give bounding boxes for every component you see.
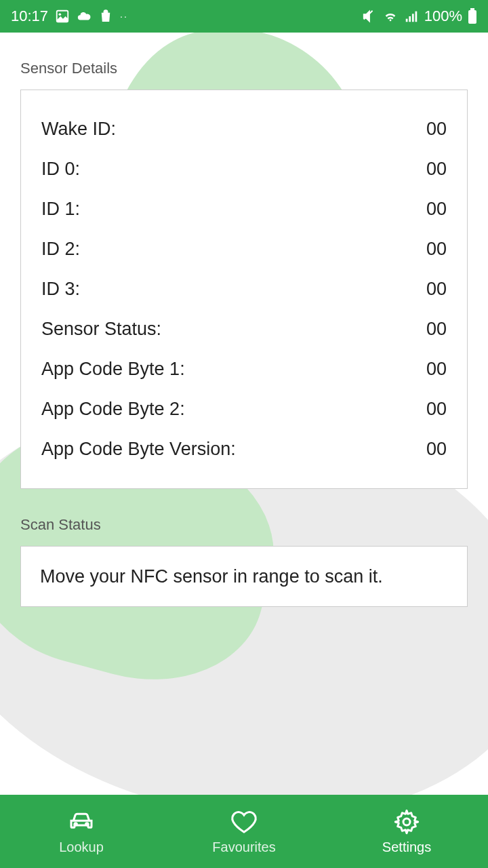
more-icon: ·· [120,11,128,22]
car-icon [68,808,95,835]
image-icon [55,9,70,24]
detail-label: App Code Byte 2: [41,399,185,420]
detail-row: ID 2:00 [41,229,447,269]
nav-settings-label: Settings [382,840,431,855]
detail-row: App Code Byte Version:00 [41,429,447,469]
bottom-nav: Lookup Favourites Settings [0,795,488,868]
mute-icon [362,9,377,24]
scan-status-message: Move your NFC sensor in range to scan it… [40,564,448,589]
detail-row: ID 3:00 [41,269,447,309]
detail-label: ID 3: [41,279,80,300]
battery-percent: 100% [424,7,462,25]
cloud-icon [77,9,92,24]
svg-rect-3 [409,16,411,22]
detail-value: 00 [426,119,447,140]
main-content: Sensor Details Wake ID:00ID 0:00ID 1:00I… [0,60,488,822]
detail-value: 00 [426,439,447,460]
svg-point-9 [86,823,88,825]
svg-rect-5 [415,12,417,22]
detail-label: Wake ID: [41,119,116,140]
sensor-details-card: Wake ID:00ID 0:00ID 1:00ID 2:00ID 3:00Se… [20,90,468,489]
sensor-details-title: Sensor Details [20,60,468,77]
status-bar: 10:17 ·· 100% [0,0,488,33]
nav-favourites[interactable]: Favourites [163,795,325,868]
detail-label: Sensor Status: [41,319,161,340]
detail-row: Wake ID:00 [41,109,447,149]
shopping-bag-icon [98,9,113,24]
status-left: 10:17 ·· [11,7,128,25]
detail-row: App Code Byte 1:00 [41,349,447,389]
nav-lookup[interactable]: Lookup [0,795,163,868]
heart-icon [230,808,258,835]
gear-icon [393,808,420,835]
battery-icon [468,8,477,24]
svg-point-1 [59,13,62,16]
detail-row: App Code Byte 2:00 [41,389,447,429]
svg-point-8 [75,823,77,825]
status-time: 10:17 [11,7,48,25]
svg-rect-6 [470,8,474,10]
detail-value: 00 [426,359,447,380]
svg-rect-2 [405,19,407,22]
detail-label: ID 0: [41,159,80,180]
detail-value: 00 [426,239,447,260]
scan-status-card: Move your NFC sensor in range to scan it… [20,546,468,607]
nav-lookup-label: Lookup [59,840,104,855]
detail-label: App Code Byte 1: [41,359,185,380]
signal-icon [404,9,419,24]
detail-label: ID 2: [41,239,80,260]
wifi-icon [382,9,399,24]
svg-rect-7 [468,10,476,24]
svg-point-10 [403,818,410,825]
status-right: 100% [362,7,477,25]
detail-value: 00 [426,199,447,220]
svg-rect-4 [412,14,414,22]
nav-settings[interactable]: Settings [325,795,488,868]
nav-favourites-label: Favourites [212,840,275,855]
detail-value: 00 [426,159,447,180]
detail-value: 00 [426,319,447,340]
scan-status-title: Scan Status [20,516,468,534]
detail-value: 00 [426,399,447,420]
detail-row: ID 1:00 [41,189,447,229]
detail-row: Sensor Status:00 [41,309,447,349]
detail-label: App Code Byte Version: [41,439,236,460]
detail-label: ID 1: [41,199,80,220]
detail-row: ID 0:00 [41,149,447,189]
detail-value: 00 [426,279,447,300]
